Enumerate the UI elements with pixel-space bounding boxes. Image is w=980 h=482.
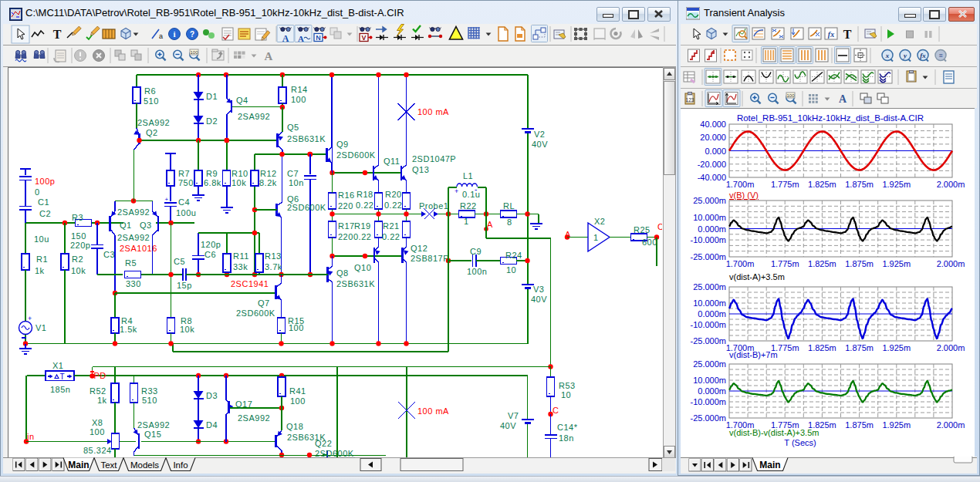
svg-text:8: 8 [507,217,512,227]
svg-text:2SA992: 2SA992 [117,233,150,242]
svg-text:0.22: 0.22 [353,232,371,241]
svg-text:6.8k: 6.8k [204,178,221,187]
svg-text:2SA992: 2SA992 [137,118,170,127]
svg-text:V2: V2 [534,130,545,139]
svg-text:330: 330 [126,279,141,288]
svg-text:X1: X1 [52,361,63,370]
svg-text:R9: R9 [206,169,218,178]
svg-text:-20.000: -20.000 [698,160,726,169]
svg-text:A: A [265,50,273,62]
svg-text:1.875m: 1.875m [845,343,874,352]
svg-text:C: C [657,222,662,231]
svg-text:R19: R19 [354,221,371,231]
svg-text:Q3: Q3 [140,221,152,230]
svg-text:100: 100 [291,95,306,104]
svg-text:2SA1016: 2SA1016 [120,244,157,253]
svg-text:Q5: Q5 [287,123,299,132]
svg-text:1: 1 [464,217,469,226]
svg-text:V1: V1 [35,323,46,332]
svg-text:1k: 1k [35,266,45,275]
svg-text:Q8: Q8 [336,268,349,278]
svg-text:A: A [298,34,304,43]
svg-text:220p: 220p [70,241,90,250]
svg-text:2SA992: 2SA992 [117,207,150,217]
svg-text:C9: C9 [470,247,482,256]
svg-text:100: 100 [290,396,306,406]
svg-text:510: 510 [144,96,159,106]
svg-text:100u: 100u [176,208,196,217]
svg-text:R14: R14 [291,85,308,94]
svg-text:RL: RL [503,201,515,211]
svg-text:Q9: Q9 [336,140,349,149]
svg-text:10k: 10k [71,266,86,275]
svg-text:600: 600 [642,238,657,247]
svg-text:100: 100 [190,50,198,55]
svg-text:33k: 33k [233,262,248,271]
svg-text:Q18: Q18 [286,422,303,431]
svg-text:R25: R25 [634,225,651,234]
svg-text:2SB631K: 2SB631K [287,134,326,143]
svg-text:2SD600K: 2SD600K [236,308,275,318]
svg-text:0.000m: 0.000m [698,224,726,234]
svg-text:0.22: 0.22 [382,232,400,241]
svg-text:10: 10 [561,390,571,399]
svg-text:40V: 40V [531,295,547,304]
svg-text:220: 220 [338,232,353,241]
svg-text:fx: fx [828,30,834,39]
svg-text:Main: Main [759,460,780,470]
svg-text:85.324: 85.324 [83,446,112,455]
svg-text:25.000m: 25.000m [693,196,726,205]
svg-text:R33: R33 [141,386,158,396]
svg-text:40V: 40V [532,140,548,149]
svg-text:10k: 10k [180,325,194,334]
svg-text:i: i [173,29,175,39]
svg-text:R22: R22 [460,201,477,211]
svg-text:1.875m: 1.875m [845,180,874,189]
svg-text:2SD600K: 2SD600K [287,203,326,212]
svg-text:Q15: Q15 [144,430,161,439]
svg-text:A: A [487,220,493,229]
svg-text:1.775m: 1.775m [771,259,799,268]
svg-text:PD: PD [94,371,106,380]
svg-text:C1: C1 [38,197,49,207]
svg-text:C6: C6 [204,250,216,259]
svg-text:V: V [361,34,366,42]
svg-text:2SA992: 2SA992 [137,420,170,430]
svg-text:R41: R41 [289,386,306,396]
svg-text:10: 10 [506,265,516,275]
svg-text:v(dist-B)+7m: v(dist-B)+7m [729,350,778,359]
svg-text:123: 123 [686,97,694,103]
svg-text:2.000m: 2.000m [937,420,965,430]
svg-text:Q7: Q7 [258,298,270,308]
svg-text:0.1u: 0.1u [462,190,480,199]
svg-text:D3: D3 [206,391,218,400]
svg-text:100 mA: 100 mA [417,406,449,416]
svg-text:20.000: 20.000 [700,133,726,142]
svg-text:R6: R6 [144,86,156,96]
svg-text:1: 1 [593,233,599,242]
svg-text:D2: D2 [206,116,218,126]
svg-text:1.700m: 1.700m [726,180,755,189]
svg-text:R7: R7 [178,169,190,178]
svg-text:Q11: Q11 [384,157,400,166]
svg-text:≡: ≡ [938,52,942,59]
svg-text:-25.000m: -25.000m [691,336,726,345]
svg-text:R52: R52 [90,386,106,396]
svg-text:100: 100 [289,323,304,332]
svg-text:0.22: 0.22 [384,201,402,210]
svg-text:2.000m: 2.000m [937,180,965,189]
svg-text:R17: R17 [338,221,355,231]
svg-text:100n: 100n [467,267,487,276]
svg-text:R18: R18 [357,190,373,199]
svg-text:Q17: Q17 [235,399,252,409]
svg-text:-25.000m: -25.000m [691,252,726,261]
svg-text:fx: fx [920,52,926,59]
svg-text:0.000m: 0.000m [698,386,726,396]
svg-text:100: 100 [786,93,795,98]
svg-text:100: 100 [90,427,105,436]
svg-text:R5: R5 [125,258,137,268]
svg-text:1.925m: 1.925m [882,259,911,268]
svg-text:1.700m: 1.700m [726,259,755,268]
svg-text:10k: 10k [231,178,246,187]
svg-text:2SA992: 2SA992 [238,413,270,423]
